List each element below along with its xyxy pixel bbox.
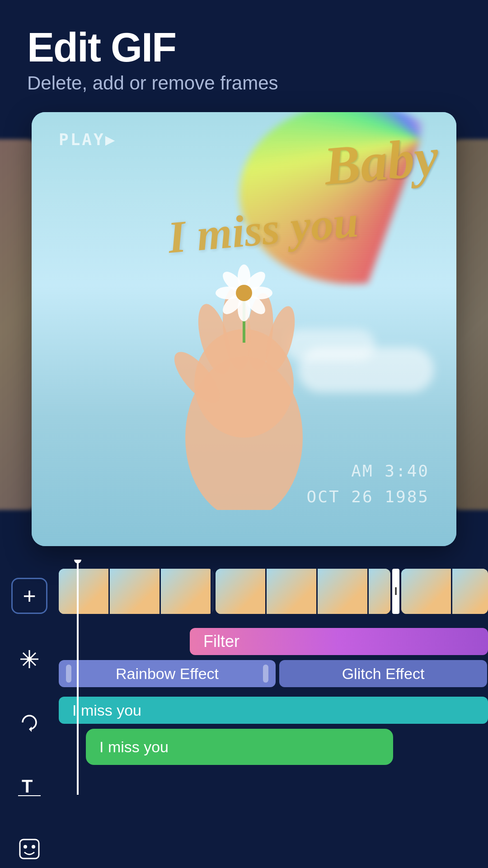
sticker-icon <box>18 838 41 860</box>
magic-icon <box>18 648 41 670</box>
text-track-green[interactable]: I miss you <box>86 729 393 765</box>
baby-text: Baby <box>321 125 441 198</box>
side-panel-right <box>452 139 488 510</box>
glitch-effect-track[interactable]: Glitch Effect <box>279 660 487 687</box>
filter-track[interactable]: Filter <box>190 628 488 655</box>
vhs-timestamp: AM 3:40 OCT 26 1985 <box>307 458 429 510</box>
loop-icon <box>18 711 41 734</box>
text-track-green-label: I miss you <box>99 738 169 756</box>
cut-icon-1[interactable] <box>212 569 214 614</box>
sticker-button[interactable] <box>11 831 47 867</box>
rainbow-effect-label: Rainbow Effect <box>75 665 259 683</box>
add-button[interactable]: + <box>11 578 47 614</box>
play-button-label[interactable]: PLAY▶ <box>59 130 117 149</box>
frame-marker: I <box>392 569 399 614</box>
text-track-cyan-row: I miss you <box>59 694 488 726</box>
svg-rect-25 <box>20 840 39 859</box>
glitch-effect-label: Glitch Effect <box>286 665 480 683</box>
text-icon: T <box>18 774 41 797</box>
left-toolbar: + T <box>0 560 59 867</box>
frame-thumb-4 <box>216 569 265 614</box>
filter-label: Filter <box>203 632 239 651</box>
rainbow-handle-left[interactable] <box>66 665 71 683</box>
frame-group-2 <box>216 569 390 614</box>
frame-thumb-5 <box>267 569 316 614</box>
playhead[interactable] <box>77 560 79 795</box>
text-button[interactable]: T <box>11 768 47 804</box>
frame-thumb-2 <box>110 569 160 614</box>
frame-thumb-6 <box>318 569 367 614</box>
video-strip-row: I <box>59 560 488 623</box>
timeline-scroll[interactable]: I Filter Rainbow Effect Glitch Effect <box>59 560 488 795</box>
magic-button[interactable] <box>11 641 47 677</box>
frame-thumb-7 <box>369 569 390 614</box>
side-panel-left <box>0 139 36 510</box>
add-icon: + <box>23 583 36 609</box>
frame-thumb-8 <box>401 569 451 614</box>
svg-text:T: T <box>22 776 33 796</box>
svg-point-16 <box>236 285 252 301</box>
preview-container: PLAY▶ Baby I miss you AM 3:40 OCT 26 198… <box>18 112 470 546</box>
text-track-cyan-label: I miss you <box>72 702 141 719</box>
effects-row: Rainbow Effect Glitch Effect <box>59 660 488 692</box>
timestamp-line2: OCT 26 1985 <box>307 484 429 510</box>
rainbow-effect-track[interactable]: Rainbow Effect <box>59 660 276 687</box>
filter-track-row: Filter <box>59 626 488 657</box>
text-track-green-row: I miss you <box>59 729 488 765</box>
frame-thumb-3 <box>161 569 211 614</box>
svg-point-21 <box>27 657 32 661</box>
svg-point-27 <box>32 845 35 849</box>
timeline-section: + T <box>0 560 488 795</box>
loop-button[interactable] <box>11 704 47 741</box>
page-title: Edit GIF <box>27 27 461 68</box>
svg-point-26 <box>23 845 27 849</box>
frame-group-1 <box>59 569 214 614</box>
text-track-cyan[interactable]: I miss you <box>59 697 488 724</box>
frame-thumb-9 <box>452 569 488 614</box>
frame-group-3 <box>401 569 488 614</box>
preview-card[interactable]: PLAY▶ Baby I miss you AM 3:40 OCT 26 198… <box>32 112 456 546</box>
header: Edit GIF Delete, add or remove frames <box>0 0 488 108</box>
page-subtitle: Delete, add or remove frames <box>27 72 461 94</box>
frame-thumb-1 <box>59 569 108 614</box>
svg-marker-22 <box>29 726 32 732</box>
rainbow-handle-right[interactable] <box>263 665 268 683</box>
timestamp-line1: AM 3:40 <box>307 458 429 484</box>
